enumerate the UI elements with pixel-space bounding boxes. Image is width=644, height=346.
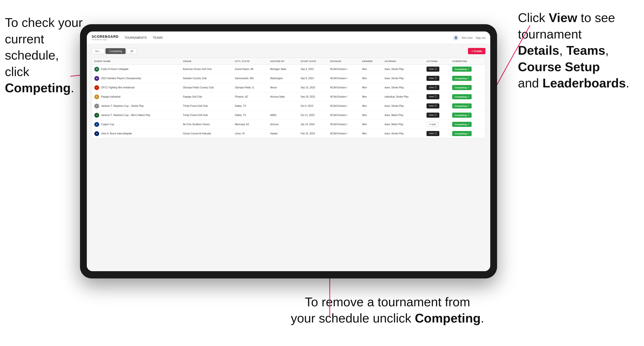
cell-competing: Competing ✓ [450, 111, 485, 120]
cell-actions: View ⓘ [424, 65, 450, 74]
competing-button[interactable]: Competing ✓ [452, 103, 472, 109]
cell-venue: Olympia Fields Country Club [180, 83, 232, 92]
cell-hosted: Michigan State [268, 65, 298, 74]
competing-button[interactable]: Competing ✓ [452, 113, 472, 118]
cell-division: NCAA Division I [328, 74, 360, 83]
cell-gender: Men [360, 92, 382, 101]
cell-start-date: Feb 15, 2024 [298, 129, 328, 138]
col-scoring: SCORING [382, 58, 424, 65]
table-body: M Folds of Honor Collegiate American Dun… [92, 65, 485, 138]
col-division: DIVISION [328, 58, 360, 65]
team-logo: J [94, 104, 99, 109]
col-event-name: EVENT NAME [92, 58, 180, 65]
table-row: A Copper Cup Ak-Chin Southern Dunes Mari… [92, 120, 485, 129]
cell-competing: Competing ✓ [450, 83, 485, 92]
cell-event-name: J Jackson T. Stephens Cup – Men's Match … [92, 111, 180, 120]
cell-scoring: team, Match Play [382, 120, 424, 129]
cell-city: Dallas, TX [232, 101, 268, 111]
table-row: M Folds of Honor Collegiate American Dun… [92, 65, 485, 74]
event-name-text: Copper Cup [101, 123, 114, 126]
team-logo: H [94, 131, 99, 136]
cell-event-name: W 2023 Sahalee Players Championship [92, 74, 180, 83]
cell-gender: Men [360, 74, 382, 83]
cell-venue: Papago Golf Club [180, 92, 232, 101]
col-competing: COMPETING [450, 58, 485, 65]
cell-actions: View ⓘ [424, 111, 450, 120]
event-name-text: Folds of Honor Collegiate [101, 68, 128, 70]
cell-city: Maricopa, AZ [232, 120, 268, 129]
cell-event-name: I OFCC Fighting Illini Invitational [92, 83, 180, 92]
scoreboard-logo: SCOREBOARD Powered by clippi [92, 35, 118, 41]
nav-teams[interactable]: TEAMS [153, 36, 163, 39]
event-name-text: Jackson T. Stephens Cup – Men's Match Pl… [101, 114, 150, 117]
table-row: J Jackson T. Stephens Cup – Stroke Play … [92, 101, 485, 111]
cell-gender: Men [360, 65, 382, 74]
view-button[interactable]: View ⓘ [426, 113, 439, 118]
cell-city: Lihue, HI [232, 129, 268, 138]
cell-hosted: Arizona [268, 120, 298, 129]
cell-division: NCAA Division I [328, 120, 360, 129]
cell-gender: Men [360, 129, 382, 138]
table-row: J Jackson T. Stephens Cup – Men's Match … [92, 111, 485, 120]
view-button[interactable]: View ⓘ [426, 76, 439, 81]
filter-tab-all[interactable]: All [126, 48, 137, 54]
filter-tab-competing[interactable]: Competing [106, 48, 126, 54]
logo-subtitle: Powered by clippi [92, 38, 118, 41]
nav-user: 👤 Test User Sign out [453, 35, 486, 40]
cell-competing: Competing ✓ [450, 92, 485, 101]
cell-actions: View ⓘ [424, 83, 450, 92]
event-name-text: Papago Individual [101, 95, 120, 98]
cell-scoring: team, Match Play [382, 111, 424, 120]
user-avatar-icon: 👤 [453, 35, 458, 40]
sign-out-link[interactable]: Sign out [476, 36, 486, 39]
cell-actions: View ⓘ [424, 74, 450, 83]
nav-tournaments[interactable]: TOURNAMENTS [124, 36, 147, 39]
col-venue: VENUE [180, 58, 232, 65]
create-button[interactable]: + Create [468, 48, 486, 54]
competing-button[interactable]: Competing ✓ [452, 76, 472, 81]
cell-division: NCAA Division I [328, 65, 360, 74]
view-button[interactable]: View ⓘ [426, 67, 439, 72]
competing-button[interactable]: Competing ✓ [452, 122, 472, 127]
view-button[interactable]: View ⓘ [426, 131, 439, 136]
cell-division: NCAA Division I [328, 92, 360, 101]
cell-scoring: team, Stroke Play [382, 65, 424, 74]
view-button[interactable]: View ⓘ [426, 85, 439, 90]
filter-tab-home[interactable]: Ho... [92, 48, 104, 54]
table-row: A Papago Individual Papago Golf Club Pho… [92, 92, 485, 101]
cell-venue: Trinity Forest Golf Club [180, 111, 232, 120]
col-hosted-by: HOSTED BY [268, 58, 298, 65]
cell-start-date: Jan 14, 2024 [298, 120, 328, 129]
cell-start-date: Sep 4, 2023 [298, 65, 328, 74]
cell-actions: View ⓘ [424, 101, 450, 111]
cell-competing: Competing ✓ [450, 101, 485, 111]
cell-gender: Men [360, 83, 382, 92]
team-logo: A [94, 94, 99, 99]
cell-city: Dallas, TX [232, 111, 268, 120]
competing-button[interactable]: Competing ✓ [452, 94, 472, 99]
col-actions: ACTIONS [424, 58, 450, 65]
user-name: Test User [462, 36, 472, 39]
competing-button[interactable]: Competing ✓ [452, 67, 472, 72]
team-logo: M [94, 67, 99, 72]
filter-bar: Ho... Competing All + Create [92, 48, 486, 54]
cell-hosted: ABAC [268, 111, 298, 120]
team-logo: W [94, 76, 99, 81]
edit-button[interactable]: ✏ Edit [426, 122, 438, 127]
cell-hosted [268, 101, 298, 111]
cell-start-date: Sep 18, 2023 [298, 92, 328, 101]
team-logo: J [94, 113, 99, 118]
cell-event-name: H John A. Burns Intercollegiate [92, 129, 180, 138]
view-button[interactable]: View ⓘ [426, 103, 439, 109]
view-button[interactable]: View ⓘ [426, 94, 439, 99]
cell-event-name: A Papago Individual [92, 92, 180, 101]
competing-button[interactable]: Competing ✓ [452, 85, 472, 90]
tablet-device: SCOREBOARD Powered by clippi TOURNAMENTS… [80, 24, 497, 278]
competing-button[interactable]: Competing ✓ [452, 131, 472, 136]
cell-division: NCAA Division I [328, 129, 360, 138]
cell-scoring: team, Stroke Play [382, 74, 424, 83]
tablet-screen: SCOREBOARD Powered by clippi TOURNAMENTS… [87, 31, 490, 271]
cell-competing: Competing ✓ [450, 129, 485, 138]
table-row: I OFCC Fighting Illini Invitational Olym… [92, 83, 485, 92]
col-city-state: CITY, STATE [232, 58, 268, 65]
